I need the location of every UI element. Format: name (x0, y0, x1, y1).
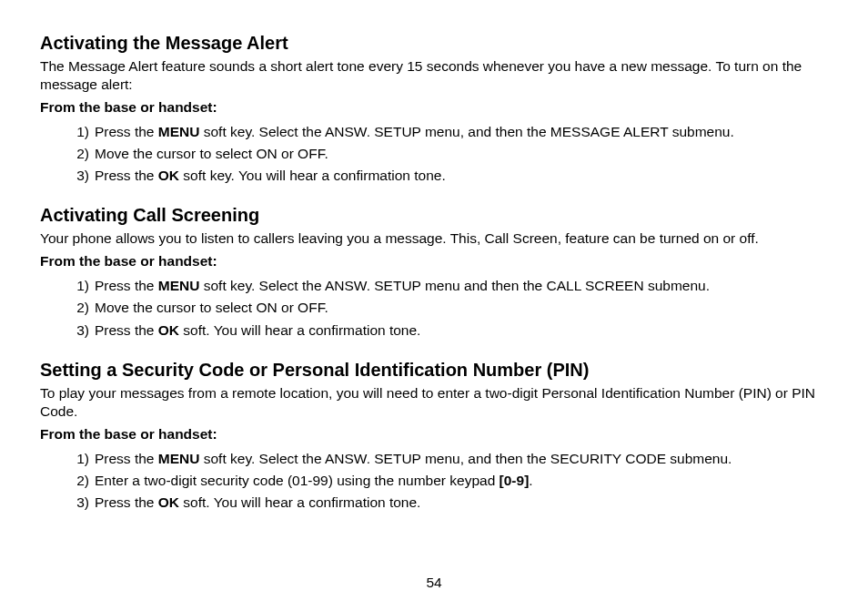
step-text-post: soft key. Select the ANSW. SETUP menu, a… (199, 451, 732, 466)
heading: Setting a Security Code or Personal Iden… (40, 360, 828, 381)
step-text-bold: [0-9] (500, 473, 530, 488)
subheading: From the base or handset: (40, 99, 828, 116)
heading: Activating the Message Alert (40, 33, 828, 54)
step-text-bold: OK (158, 494, 179, 510)
step-number: 2) (69, 143, 89, 165)
step-number: 1) (69, 121, 89, 143)
list-item: 2)Move the cursor to select ON or OFF. (69, 297, 828, 319)
intro-text: The Message Alert feature sounds a short… (40, 57, 828, 94)
step-text-bold: MENU (158, 124, 200, 139)
page-number: 54 (0, 575, 868, 591)
step-text-post: soft. You will hear a confirmation tone. (179, 322, 420, 338)
list-item: 1)Press the MENU soft key. Select the AN… (69, 275, 828, 297)
steps-list: 1)Press the MENU soft key. Select the AN… (40, 275, 828, 341)
section-message-alert: Activating the Message Alert The Message… (40, 33, 828, 187)
step-number: 2) (69, 470, 89, 492)
step-number: 1) (69, 275, 89, 297)
step-text-post: . (529, 473, 532, 488)
step-text-pre: Press the (95, 124, 158, 139)
step-text-post: soft. You will hear a confirmation tone. (179, 494, 420, 510)
intro-text: Your phone allows you to listen to calle… (40, 229, 828, 248)
section-security-code: Setting a Security Code or Personal Iden… (40, 360, 828, 514)
step-text-pre: Move the cursor to select ON or OFF. (95, 146, 328, 161)
list-item: 3)Press the OK soft. You will hear a con… (69, 492, 828, 514)
subheading: From the base or handset: (40, 253, 828, 270)
section-call-screening: Activating Call Screening Your phone all… (40, 205, 828, 341)
step-text-bold: MENU (158, 278, 200, 293)
list-item: 3)Press the OK soft key. You will hear a… (69, 165, 828, 187)
step-text-post: soft key. Select the ANSW. SETUP menu, a… (199, 124, 733, 139)
steps-list: 1)Press the MENU soft key. Select the AN… (40, 448, 828, 514)
heading: Activating Call Screening (40, 205, 828, 226)
list-item: 2)Enter a two-digit security code (01-99… (69, 470, 828, 492)
step-text-pre: Enter a two-digit security code (01-99) … (95, 473, 500, 488)
list-item: 1)Press the MENU soft key. Select the AN… (69, 448, 828, 470)
subheading: From the base or handset: (40, 426, 828, 443)
step-text-pre: Press the (95, 168, 158, 183)
step-text-pre: Move the cursor to select ON or OFF. (95, 300, 328, 315)
step-number: 1) (69, 448, 89, 470)
step-text-bold: OK (158, 168, 179, 183)
intro-text: To play your messages from a remote loca… (40, 384, 828, 421)
step-number: 3) (69, 320, 89, 341)
step-text-pre: Press the (95, 494, 158, 510)
step-number: 3) (69, 165, 89, 187)
list-item: 2)Move the cursor to select ON or OFF. (69, 143, 828, 165)
step-text-post: soft key. Select the ANSW. SETUP menu an… (199, 278, 710, 293)
steps-list: 1)Press the MENU soft key. Select the AN… (40, 121, 828, 187)
step-number: 2) (69, 297, 89, 319)
list-item: 1)Press the MENU soft key. Select the AN… (69, 121, 828, 143)
step-text-pre: Press the (95, 451, 158, 466)
step-text-pre: Press the (95, 278, 158, 293)
step-text-bold: OK (158, 322, 179, 338)
step-number: 3) (69, 492, 89, 514)
step-text-post: soft key. You will hear a confirmation t… (179, 168, 446, 183)
step-text-bold: MENU (158, 451, 200, 466)
step-text-pre: Press the (95, 322, 158, 338)
list-item: 3)Press the OK soft. You will hear a con… (69, 320, 828, 341)
